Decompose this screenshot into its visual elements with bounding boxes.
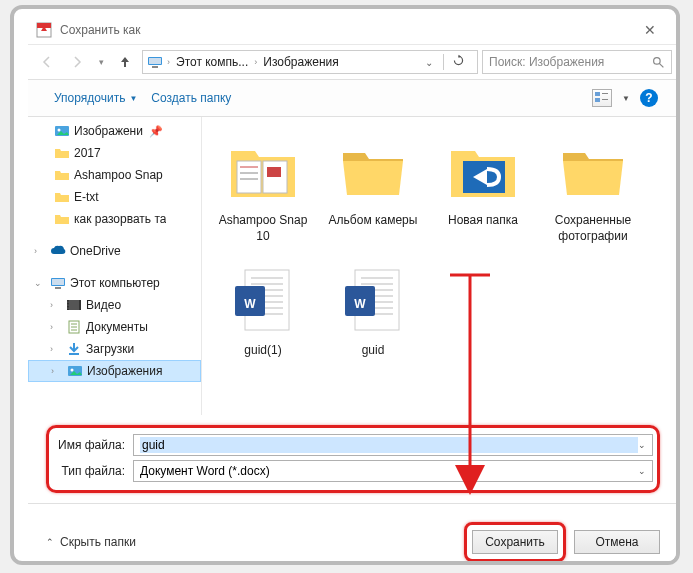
tree-item-kak[interactable]: как разорвать та (28, 208, 201, 230)
svg-rect-7 (595, 92, 600, 96)
collapse-icon[interactable]: ⌄ (34, 278, 46, 288)
tree-item-pictures[interactable]: Изображени📌 (28, 120, 201, 142)
folder-icon (54, 167, 70, 183)
filetype-select[interactable]: Документ Word (*.docx)⌄ (133, 460, 653, 482)
item-label: Ashampoo Snap 10 (212, 213, 314, 244)
tree-item-video[interactable]: ›Видео (28, 294, 201, 316)
cancel-button[interactable]: Отмена (574, 530, 660, 554)
expand-icon[interactable]: › (50, 344, 62, 354)
svg-point-5 (654, 57, 661, 64)
highlight-save-box: Сохранить (464, 522, 566, 562)
item-label: Альбом камеры (329, 213, 418, 229)
item-label: Новая папка (448, 213, 518, 229)
pc-icon (147, 54, 163, 70)
svg-rect-3 (149, 58, 161, 64)
dropdown-icon[interactable]: ⌄ (638, 466, 646, 476)
close-icon[interactable]: ✕ (630, 22, 670, 38)
docs-icon (66, 319, 82, 335)
filename-value: guid (140, 437, 638, 453)
file-item-guid[interactable]: W guid (318, 261, 428, 391)
window-title: Сохранить как (60, 23, 630, 37)
refresh-button[interactable] (443, 54, 473, 70)
search-input[interactable]: Поиск: Изображения (482, 50, 672, 74)
svg-point-28 (71, 369, 74, 372)
filetype-label: Тип файла: (53, 464, 133, 478)
breadcrumb-pc[interactable]: Этот компь... (174, 55, 250, 69)
expand-icon[interactable]: › (50, 322, 62, 332)
tree-item-ashampoo[interactable]: Ashampoo Snap (28, 164, 201, 186)
folder-item-saved[interactable]: Сохраненные фотографии (538, 131, 648, 261)
folder-item-ashampoo[interactable]: Ashampoo Snap 10 (208, 131, 318, 261)
folder-icon (337, 139, 409, 203)
expand-icon[interactable]: › (34, 246, 46, 256)
organize-label: Упорядочить (54, 91, 125, 105)
svg-rect-15 (55, 287, 61, 289)
tree-item-etxt[interactable]: E-txt (28, 186, 201, 208)
downloads-icon (66, 341, 82, 357)
svg-rect-8 (595, 98, 600, 102)
tree-nav: Изображени📌 2017 Ashampoo Snap E-txt как… (28, 117, 202, 415)
pin-icon: 📌 (149, 125, 163, 138)
svg-line-6 (659, 63, 663, 67)
tree-item-2017[interactable]: 2017 (28, 142, 201, 164)
command-bar: Упорядочить▼ Создать папку ▼ ? (28, 79, 678, 117)
address-bar[interactable]: › Этот компь... › Изображения ⌄ (142, 50, 478, 74)
svg-rect-34 (267, 167, 281, 177)
navbar: ▾ › Этот компь... › Изображения ⌄ Поиск:… (28, 45, 678, 79)
body: Изображени📌 2017 Ashampoo Snap E-txt как… (28, 117, 678, 415)
folder-icon (54, 145, 70, 161)
up-button[interactable] (112, 49, 138, 75)
folder-item-camera[interactable]: Альбом камеры (318, 131, 428, 261)
svg-rect-26 (69, 353, 79, 355)
outer-frame: Сохранить как ✕ ▾ › Этот компь... › Изоб… (10, 5, 680, 565)
svg-point-19 (67, 301, 68, 302)
word-icon: W (233, 266, 293, 336)
footer: ⌃Скрыть папки Сохранить Отмена (28, 510, 678, 565)
dropdown-icon[interactable]: ⌄ (638, 440, 646, 450)
breadcrumb-folder[interactable]: Изображения (261, 55, 340, 69)
folder-icon (54, 211, 70, 227)
hide-folders-button[interactable]: ⌃Скрыть папки (46, 535, 136, 549)
pdf-app-icon (36, 22, 52, 38)
item-label: Сохраненные фотографии (542, 213, 644, 244)
tree-item-downloads[interactable]: ›Загрузки (28, 338, 201, 360)
cancel-label: Отмена (595, 535, 638, 549)
tree-item-thispc[interactable]: ⌄Этот компьютер (28, 272, 201, 294)
svg-rect-16 (67, 300, 81, 310)
pc-icon (50, 275, 66, 291)
svg-rect-9 (602, 93, 608, 94)
tree-item-pictures-selected[interactable]: ›Изображения (28, 360, 201, 382)
breadcrumb-sep: › (167, 57, 170, 67)
view-button[interactable] (592, 89, 612, 107)
expand-icon[interactable]: › (51, 366, 63, 376)
svg-text:W: W (244, 297, 256, 311)
new-folder-button[interactable]: Создать папку (145, 87, 237, 109)
filename-label: Имя файла: (53, 438, 133, 452)
recent-dropdown[interactable]: ▾ (94, 49, 108, 75)
back-button[interactable] (34, 49, 60, 75)
svg-rect-4 (152, 66, 158, 68)
save-button[interactable]: Сохранить (472, 530, 558, 554)
help-button[interactable]: ? (640, 89, 658, 107)
folder-item-new[interactable]: Новая папка (428, 131, 538, 261)
file-item-guid1[interactable]: W guid(1) (208, 261, 318, 391)
tree-item-documents[interactable]: ›Документы (28, 316, 201, 338)
expand-icon[interactable]: › (50, 300, 62, 310)
video-icon (66, 297, 82, 313)
tree-item-onedrive[interactable]: ›OneDrive (28, 240, 201, 262)
file-grid: Ashampoo Snap 10 Альбом камеры Новая пап… (202, 117, 678, 415)
save-dialog: Сохранить как ✕ ▾ › Этот компь... › Изоб… (28, 15, 678, 562)
search-placeholder: Поиск: Изображения (489, 55, 652, 69)
address-dropdown[interactable]: ⌄ (419, 57, 439, 68)
folder-icon (54, 189, 70, 205)
organize-button[interactable]: Упорядочить▼ (48, 87, 143, 109)
onedrive-icon (50, 243, 66, 259)
hide-folders-label: Скрыть папки (60, 535, 136, 549)
svg-point-12 (58, 129, 61, 132)
separator (28, 503, 678, 504)
svg-point-21 (67, 307, 68, 308)
filename-input[interactable]: guid⌄ (133, 434, 653, 456)
titlebar: Сохранить как ✕ (28, 15, 678, 45)
new-folder-label: Создать папку (151, 91, 231, 105)
forward-button[interactable] (64, 49, 90, 75)
